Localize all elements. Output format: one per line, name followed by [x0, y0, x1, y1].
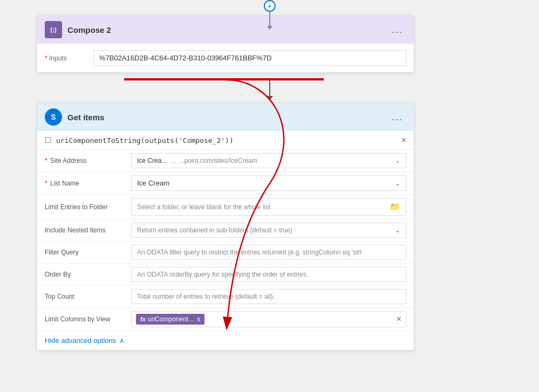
hide-advanced-icon: ∧: [119, 336, 125, 345]
expression-text: uriComponentToString(outputs('Compose_2'…: [56, 136, 234, 145]
compose2-icon-label: {;}: [50, 26, 57, 33]
site-address-dropdown[interactable]: Ice Crea... ... ...point.com/sites/IceCr…: [131, 153, 406, 168]
top-count-label: Top Count: [45, 293, 131, 300]
get-items-header: S Get items ...: [37, 103, 414, 131]
site-address-value: Ice Crea... ... ...point.com/sites/IceCr…: [137, 157, 257, 164]
site-address-row: * Site Address Ice Crea... ... ...point.…: [37, 150, 414, 172]
top-count-row: Top Count Total number of entries to ret…: [37, 286, 414, 308]
compose2-icon: {;}: [45, 21, 62, 38]
list-name-dropdown[interactable]: Ice Cream ⌄: [131, 175, 406, 191]
list-name-label: * List Name: [45, 180, 131, 187]
get-items-icon-label: S: [51, 113, 56, 121]
filter-query-label: Filter Query: [45, 249, 131, 256]
fx-icon: fx: [140, 316, 146, 322]
get-items-header-left: S Get items: [45, 108, 104, 126]
red-connector-line: [124, 78, 324, 79]
compose2-title: Compose 2: [67, 25, 111, 35]
order-by-label: Order By: [45, 271, 131, 278]
expression-icon: ☐: [45, 136, 52, 145]
include-nested-label: Include Nested Items: [45, 226, 131, 234]
token-label: uriComponent...: [148, 315, 194, 323]
inputs-field[interactable]: %7B02A16D2B-4C64-4D72-B310-03964F761BBF%…: [93, 50, 406, 66]
compose2-more-button[interactable]: ...: [388, 23, 406, 37]
mid-arrow-line: [269, 80, 270, 96]
site-address-chevron-icon: ⌄: [395, 157, 400, 164]
get-items-card: S Get items ... ☐ uriComponentToString(o…: [37, 102, 414, 350]
limit-entries-folder-field[interactable]: Select a folder, or leave blank for the …: [131, 198, 406, 216]
order-by-row: Order By An ODATA orderBy query for spec…: [37, 264, 414, 286]
include-nested-value: Return entries contained in sub-folders …: [137, 226, 292, 234]
get-items-icon: S: [45, 108, 62, 126]
canvas: + {;} Compose 2 ... * Inputs %7B02A16D2B…: [0, 0, 539, 392]
top-count-input[interactable]: Total number of entries to retrieve (def…: [131, 289, 406, 304]
limit-entries-row: Limit Entries to Folder Select a folder,…: [37, 195, 414, 219]
connector-arrow-top: [269, 20, 270, 29]
inputs-label-text: Inputs: [49, 54, 67, 62]
add-step-button[interactable]: +: [264, 0, 276, 12]
expression-bar: ☐ uriComponentToString(outputs('Compose_…: [37, 131, 414, 150]
filter-query-input[interactable]: An ODATA filter query to restrict the en…: [131, 245, 406, 260]
inputs-required: *: [45, 54, 47, 62]
include-nested-chevron-icon: ⌄: [395, 226, 400, 234]
compose2-header: {;} Compose 2 ...: [37, 16, 414, 44]
hide-advanced-label: Hide advanced options: [45, 336, 116, 345]
expression-close-button[interactable]: ×: [401, 135, 406, 145]
list-name-input[interactable]: Ice Cream ⌄: [131, 175, 406, 191]
top-count-field[interactable]: Total number of entries to retrieve (def…: [131, 289, 406, 304]
compose2-body: * Inputs %7B02A16D2B-4C64-4D72-B310-0396…: [37, 44, 414, 72]
mid-arrow: [267, 80, 273, 100]
compose2-header-left: {;} Compose 2: [45, 21, 111, 38]
get-items-more-button[interactable]: ...: [388, 111, 406, 124]
order-by-input[interactable]: An ODATA orderBy query for specifying th…: [131, 267, 406, 282]
limit-entries-input[interactable]: Select a folder, or leave blank for the …: [131, 198, 406, 216]
limit-columns-token-field[interactable]: fx uriComponent... x ×: [131, 311, 406, 327]
list-name-row: * List Name Ice Cream ⌄: [37, 172, 414, 195]
get-items-title: Get items: [67, 113, 104, 122]
connector-line-top: [269, 12, 270, 20]
include-nested-row: Include Nested Items Return entries cont…: [37, 219, 414, 242]
token-container: fx uriComponent... x: [136, 314, 204, 325]
list-name-chevron-icon: ⌄: [395, 180, 400, 187]
expression-left: ☐ uriComponentToString(outputs('Compose_…: [45, 136, 234, 145]
limit-columns-input[interactable]: fx uriComponent... x ×: [131, 311, 406, 327]
list-name-value: Ice Cream: [137, 179, 169, 187]
compose2-card: {;} Compose 2 ... * Inputs %7B02A16D2B-4…: [37, 15, 414, 73]
order-by-field[interactable]: An ODATA orderBy query for specifying th…: [131, 267, 406, 282]
filter-query-row: Filter Query An ODATA filter query to re…: [37, 242, 414, 264]
limit-entries-placeholder: Select a folder, or leave blank for the …: [137, 203, 390, 211]
token-chip[interactable]: fx uriComponent... x: [136, 314, 204, 325]
hide-advanced-options[interactable]: Hide advanced options ∧: [37, 331, 414, 350]
site-address-input[interactable]: Ice Crea... ... ...point.com/sites/IceCr…: [131, 153, 406, 168]
filter-query-field[interactable]: An ODATA filter query to restrict the en…: [131, 245, 406, 260]
limit-columns-clear-button[interactable]: ×: [397, 314, 401, 324]
limit-columns-label: Limit Columns by View: [45, 315, 131, 323]
token-close-button[interactable]: x: [197, 315, 200, 323]
top-connector[interactable]: +: [264, 0, 276, 29]
limit-columns-row: Limit Columns by View fx uriComponent...…: [37, 308, 414, 331]
include-nested-dropdown[interactable]: Return entries contained in sub-folders …: [131, 223, 406, 238]
inputs-label: * Inputs: [45, 54, 88, 62]
limit-entries-label: Limit Entries to Folder: [45, 203, 131, 211]
site-address-label: * Site Address: [45, 157, 131, 164]
folder-icon: 📁: [390, 202, 400, 212]
mid-arrow-head: [267, 96, 273, 100]
inputs-value: %7B02A16D2B-4C64-4D72-B310-03964F761BBF%…: [99, 54, 271, 62]
include-nested-input[interactable]: Return entries contained in sub-folders …: [131, 223, 406, 238]
